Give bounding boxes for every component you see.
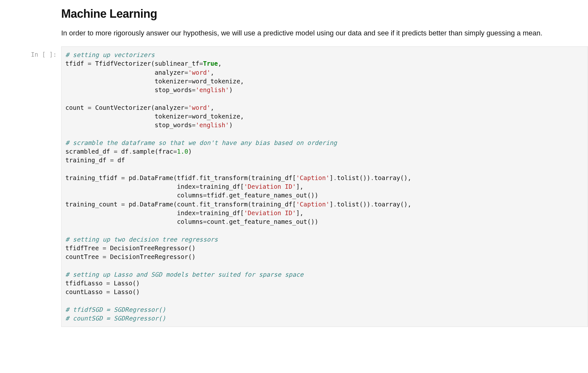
code-op: . [195, 201, 199, 208]
code-comment: # setting up Lasso and SGD models better… [65, 271, 303, 278]
code-string: 'word' [188, 104, 210, 111]
code-text: count [65, 104, 88, 111]
code-punct: , [211, 104, 214, 111]
code-text: index [65, 209, 195, 217]
code-text: df [118, 148, 129, 155]
code-punct: , [218, 60, 222, 67]
code-op: . [136, 174, 140, 182]
code-string: 'Deviation ID' [244, 183, 296, 190]
code-op: = [203, 218, 207, 225]
code-op: . [136, 201, 140, 208]
code-op: . [333, 174, 337, 182]
code-comment: # scramble the dataframe so that we don'… [65, 139, 337, 147]
code-op: = [192, 121, 196, 129]
code-op: = [114, 148, 118, 155]
code-punct: ] [329, 201, 333, 208]
markdown-cell: Machine Learning In order to more rigoro… [61, 0, 576, 46]
code-op: = [88, 104, 91, 111]
code-string: 'Deviation ID' [244, 209, 296, 217]
code-text: TfidfVectorizer(sublinear_tf [91, 60, 199, 67]
code-text: Lasso() [110, 280, 140, 287]
code-op: = [103, 244, 107, 252]
code-op: . [195, 174, 199, 182]
code-comment: # setting up vectorizers [65, 51, 155, 59]
code-text: df [114, 157, 125, 164]
code-text: countLasso [65, 288, 106, 296]
code-string: 'english' [195, 121, 229, 129]
code-op: = [121, 201, 125, 208]
code-op: = [195, 209, 199, 217]
code-op: = [188, 78, 192, 85]
code-text: index [65, 183, 195, 190]
code-text: training_df [65, 157, 110, 164]
code-op: = [188, 113, 192, 120]
code-keyword: True [203, 60, 218, 67]
code-text: stop_words [65, 121, 192, 129]
code-text: training_count [65, 201, 121, 208]
code-input-area[interactable]: # setting up vectorizers tfidf = TfidfVe… [61, 46, 588, 327]
code-text: fit_transform(training_df[ [199, 201, 296, 208]
code-text: columns [65, 218, 203, 225]
code-text: get_feature_names_out()) [229, 218, 318, 225]
code-op: = [192, 86, 196, 94]
code-text: columns [65, 192, 203, 199]
code-op: = [185, 104, 188, 111]
code-text: training_df[ [199, 183, 244, 190]
code-text: pd [125, 174, 136, 182]
section-heading: Machine Learning [61, 7, 572, 21]
code-text: word_tokenize, [192, 113, 244, 120]
code-text: toarray(), [374, 174, 412, 182]
code-text: sample(frac [132, 148, 173, 155]
code-text: tfidf [207, 192, 225, 199]
code-punct: ], [296, 209, 303, 217]
code-text: tokenizer [65, 113, 188, 120]
code-op: = [173, 148, 177, 155]
code-text: CountVectorizer(analyzer [91, 104, 185, 111]
code-text: pd [125, 201, 136, 208]
code-text: tolist()) [337, 174, 370, 182]
code-text: stop_words [65, 86, 192, 94]
code-string: 'Caption' [296, 201, 329, 208]
code-text: toarray(), [374, 201, 412, 208]
code-op: = [195, 183, 199, 190]
code-text: training_tfidf [65, 174, 121, 182]
code-op: = [203, 192, 207, 199]
code-op: . [225, 218, 229, 225]
code-string: 'english' [195, 86, 229, 94]
code-op: = [110, 157, 114, 164]
section-paragraph: In order to more rigorously answer our h… [61, 28, 572, 39]
code-op: = [199, 60, 203, 67]
code-text: DataFrame(tfidf [140, 174, 195, 182]
code-text: fit_transform(training_df[ [199, 174, 296, 182]
code-op: = [103, 253, 107, 261]
code-text: tolist()) [337, 201, 370, 208]
code-text: DataFrame(count [140, 201, 195, 208]
code-punct: ] [329, 174, 333, 182]
code-text: tfidfLasso [65, 280, 106, 287]
code-text: get_feature_names_out()) [229, 192, 318, 199]
code-comment: # setting up two decision tree regressor… [65, 236, 218, 243]
code-text: DecisionTreeRegressor() [106, 244, 195, 252]
code-text: count [207, 218, 225, 225]
code-text: tfidf [65, 60, 88, 67]
code-op: = [185, 69, 188, 76]
code-text: DecisionTreeRegressor() [106, 253, 195, 261]
code-op: = [106, 288, 110, 296]
code-text: Lasso() [110, 288, 140, 296]
code-text: tokenizer [65, 78, 188, 85]
input-prompt: In [ ]: [0, 46, 61, 58]
code-punct: ) [188, 148, 192, 155]
code-punct: ], [296, 183, 303, 190]
code-op: = [88, 60, 91, 67]
code-op: . [333, 201, 337, 208]
code-op: . [370, 174, 374, 182]
code-text: analyzer [65, 69, 185, 76]
code-text: countTree [65, 253, 103, 261]
code-cell: In [ ]: # setting up vectorizers tfidf =… [0, 46, 588, 327]
code-punct: , [211, 69, 214, 76]
code-op: . [225, 192, 229, 199]
code-punct: ) [229, 121, 233, 129]
code-text: scrambled_df [65, 148, 114, 155]
code-number: 1.0 [177, 148, 188, 155]
code-text: tfidfTree [65, 244, 103, 252]
